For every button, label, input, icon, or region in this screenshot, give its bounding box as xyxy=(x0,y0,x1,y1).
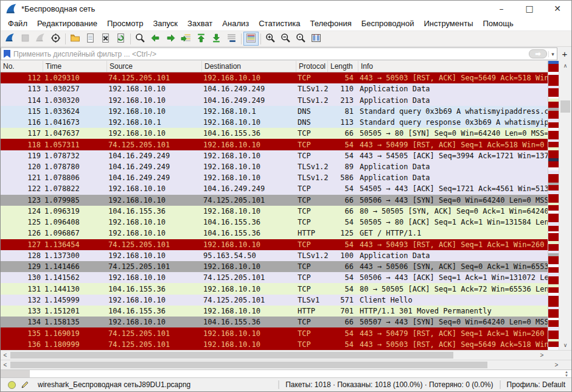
open-file-icon xyxy=(70,33,80,45)
capture-options-button[interactable] xyxy=(48,32,63,46)
zoom-out-button[interactable] xyxy=(278,32,293,46)
packet-row-129[interactable]: 1291.14146674.125.205.101192.168.10.10TC… xyxy=(1,261,548,272)
vertical-scrollbar[interactable]: ∧ ∨ xyxy=(559,61,571,350)
expert-info-icon[interactable] xyxy=(8,381,16,389)
start-capture-button[interactable] xyxy=(2,32,18,46)
horizontal-scroll-track-1[interactable] xyxy=(10,351,537,360)
auto-scroll-button[interactable] xyxy=(224,32,239,46)
horizontal-scroll-thumb-2[interactable] xyxy=(10,362,487,368)
menu-item-help[interactable]: Помощь xyxy=(478,17,518,30)
vertical-scroll-thumb[interactable] xyxy=(560,100,570,113)
column-header-destination[interactable]: Destination xyxy=(202,61,296,72)
packet-row-130[interactable]: 1301.141562192.168.10.1074.125.205.101TC… xyxy=(1,272,548,283)
packet-row-123[interactable]: 1231.079985192.168.10.1074.125.205.101TC… xyxy=(1,195,548,206)
packet-row-122[interactable]: 1221.078822192.168.10.10104.16.249.249TC… xyxy=(1,183,548,194)
packet-row-131[interactable]: 1311.144130104.16.155.36192.168.10.10TCP… xyxy=(1,283,548,294)
minimize-button[interactable]: – xyxy=(487,1,515,16)
filter-apply-button[interactable]: ➡ xyxy=(529,49,547,58)
mini-scroll-thumb[interactable] xyxy=(1,370,30,377)
packet-row-112[interactable]: 1121.02931074.125.205.101192.168.10.10TC… xyxy=(1,72,548,83)
menu-item-telephony[interactable]: Телефония xyxy=(305,17,356,30)
cell-src: 74.125.205.101 xyxy=(107,141,202,149)
profile-label[interactable]: Профиль: Default xyxy=(500,380,568,389)
packet-row-126[interactable]: 1261.096867192.168.10.10104.16.155.36HTT… xyxy=(1,228,548,239)
cell-no: 112 xyxy=(1,74,43,82)
column-header-info[interactable]: Info xyxy=(358,61,548,72)
column-header-length[interactable]: Length xyxy=(328,61,358,72)
first-packet-button[interactable] xyxy=(194,32,209,46)
colorize-button[interactable] xyxy=(243,32,259,46)
cell-time: 1.096319 xyxy=(43,207,107,215)
packet-row-121[interactable]: 1211.078806104.16.249.249192.168.10.10TL… xyxy=(1,172,548,183)
menu-item-capture[interactable]: Захват xyxy=(183,17,217,30)
packet-row-135[interactable]: 1351.16901974.125.205.101192.168.10.10TC… xyxy=(1,327,548,338)
display-filter-input[interactable] xyxy=(13,50,528,58)
horizontal-scroll-thumb-1[interactable] xyxy=(10,352,453,359)
resize-columns-button[interactable] xyxy=(309,32,324,46)
cell-proto: TCP xyxy=(296,273,328,282)
capture-comment-icon[interactable] xyxy=(21,380,29,389)
horizontal-scrollbar-1[interactable]: < > xyxy=(1,351,546,360)
open-file-button[interactable] xyxy=(68,32,83,46)
packet-row-118[interactable]: 1181.05731174.125.205.101192.168.10.10TC… xyxy=(1,139,548,150)
close-button[interactable]: ✕ xyxy=(543,1,571,16)
scroll-left-icon[interactable]: < xyxy=(1,362,10,368)
column-header-no[interactable]: No. xyxy=(1,61,43,72)
hscroll-row-1: < > xyxy=(1,350,571,360)
menu-item-analyze[interactable]: Анализ xyxy=(217,17,254,30)
scroll-right-icon[interactable]: > xyxy=(552,362,561,368)
packet-row-134[interactable]: 1341.158135192.168.10.10104.16.155.36TCP… xyxy=(1,317,548,327)
save-file-button[interactable] xyxy=(83,32,98,46)
next-packet-button[interactable] xyxy=(163,32,178,46)
packet-row-115[interactable]: 1151.033624192.168.10.10192.168.10.1DNS8… xyxy=(1,106,548,117)
spinner-arrows-icon[interactable]: ▲▼ xyxy=(562,370,571,377)
packet-row-114[interactable]: 1141.030320192.168.10.10104.16.249.249TL… xyxy=(1,94,548,105)
packet-row-119[interactable]: 1191.078732104.16.249.249192.168.10.10TC… xyxy=(1,150,548,161)
packet-row-113[interactable]: 1131.030257192.168.10.10104.16.249.249TL… xyxy=(1,83,548,94)
packet-row-116[interactable]: 1161.041673192.168.10.1192.168.10.10DNS1… xyxy=(1,117,548,128)
previous-packet-button[interactable] xyxy=(148,32,163,46)
packet-row-132[interactable]: 1321.145999192.168.10.1074.125.205.101TL… xyxy=(1,295,548,306)
find-packet-button[interactable] xyxy=(133,32,148,46)
reload-file-button[interactable] xyxy=(113,32,128,46)
vertical-scroll-track[interactable] xyxy=(559,71,571,340)
packet-minimap[interactable] xyxy=(548,61,559,350)
scroll-up-icon[interactable]: ∧ xyxy=(559,61,571,71)
horizontal-scrollbar-2[interactable]: < > xyxy=(1,360,561,369)
packet-row-120[interactable]: 1201.078780104.16.249.249192.168.10.10TL… xyxy=(1,161,548,172)
cell-info: 443 → 50503 [RST, ACK] Seq=5649 Ack=518 … xyxy=(358,340,548,349)
goto-packet-button[interactable] xyxy=(178,32,194,46)
packet-row-127[interactable]: 1271.13645474.125.205.101192.168.10.10TC… xyxy=(1,239,548,250)
zoom-in-icon xyxy=(265,33,276,45)
packet-list-header: No.TimeSourceDestinationProtocolLengthIn… xyxy=(1,61,548,72)
menu-item-go[interactable]: Запуск xyxy=(148,17,183,30)
menu-item-view[interactable]: Просмотр xyxy=(102,17,148,30)
packet-row-117[interactable]: 1171.047637192.168.10.10104.16.155.36TCP… xyxy=(1,128,548,139)
horizontal-scroll-track-2[interactable] xyxy=(10,360,552,369)
menu-item-tools[interactable]: Инструменты xyxy=(419,17,478,30)
scroll-right-icon[interactable]: > xyxy=(537,352,546,359)
packet-row-128[interactable]: 1281.137300192.168.10.1095.163.54.50TLSv… xyxy=(1,250,548,261)
filter-dropdown-caret-icon[interactable]: ▾ xyxy=(548,51,557,57)
filter-add-button[interactable]: + xyxy=(559,47,570,60)
close-file-button[interactable] xyxy=(98,32,113,46)
maximize-button[interactable]: □ xyxy=(515,1,543,16)
packet-row-124[interactable]: 1241.096319104.16.155.36192.168.10.10TCP… xyxy=(1,206,548,217)
filter-bookmark-icon[interactable] xyxy=(4,50,10,58)
menu-item-wireless[interactable]: Беспроводной xyxy=(357,17,419,30)
packet-row-136[interactable]: 1361.18099974.125.205.101192.168.10.10TC… xyxy=(1,339,548,350)
mini-scrollbar[interactable]: ▲▼ xyxy=(1,369,571,378)
last-packet-button[interactable] xyxy=(209,32,224,46)
zoom-in-button[interactable] xyxy=(263,32,278,46)
menu-item-statistics[interactable]: Статистика xyxy=(254,17,305,30)
scroll-left-icon[interactable]: < xyxy=(1,352,10,359)
column-header-source[interactable]: Source xyxy=(107,61,202,72)
column-header-protocol[interactable]: Protocol xyxy=(296,61,328,72)
menu-item-file[interactable]: Файл xyxy=(3,17,32,30)
column-header-time[interactable]: Time xyxy=(43,61,107,72)
packet-row-125[interactable]: 1251.096408192.168.10.10104.16.155.36TCP… xyxy=(1,217,548,228)
menu-item-edit[interactable]: Редактирование xyxy=(32,17,102,30)
zoom-original-button[interactable] xyxy=(293,32,309,46)
packet-row-133[interactable]: 1331.151201104.16.155.36192.168.10.10HTT… xyxy=(1,306,548,317)
scroll-down-icon[interactable]: ∨ xyxy=(559,340,571,350)
